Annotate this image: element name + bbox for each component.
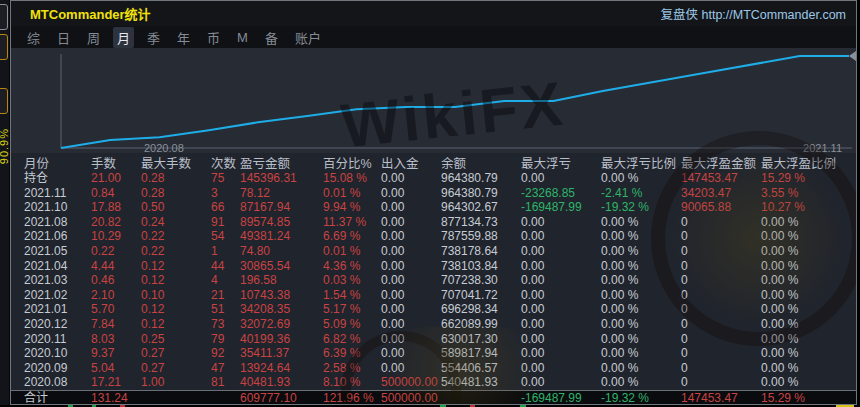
cell: 0.00 % xyxy=(761,375,856,390)
cell: 0.12 xyxy=(141,317,211,332)
cell: 0.00 % xyxy=(601,375,681,390)
menu-item-季[interactable]: 季 xyxy=(143,27,164,48)
cell: 5.09 % xyxy=(323,317,381,332)
column-header: 月份 xyxy=(11,155,91,171)
menu-item-年[interactable]: 年 xyxy=(173,27,194,48)
cell: 0.00 xyxy=(521,346,601,361)
cell: 0.00 xyxy=(381,186,441,201)
cell: 0.01 % xyxy=(323,186,381,201)
menu-item-M[interactable]: M xyxy=(233,29,252,46)
table-row[interactable]: 2020.109.370.279235411.376.39 %0.0058981… xyxy=(11,346,856,361)
table-row[interactable]: 2021.0820.820.249189574.8511.37 %0.00877… xyxy=(11,215,856,230)
cell: 9.37 xyxy=(91,346,141,361)
cell: 0.00 xyxy=(381,215,441,230)
cell: 15.29 % xyxy=(761,171,856,186)
cell: 877134.73 xyxy=(441,215,521,230)
table-row[interactable]: 2021.050.220.22174.800.01 %0.00738178.64… xyxy=(11,244,856,259)
cell: 0.00 % xyxy=(601,259,681,274)
cell: 738178.64 xyxy=(441,244,521,259)
cell: 2021.01 xyxy=(11,302,91,317)
cell: 0.00 % xyxy=(601,171,681,186)
cell: -2.41 % xyxy=(601,186,681,201)
cell: 49381.24 xyxy=(240,229,323,244)
table-row[interactable]: 2021.022.100.102110743.381.54 %0.0070704… xyxy=(11,288,856,303)
equity-chart-canvas xyxy=(11,48,856,153)
column-header: 盈亏金额 xyxy=(240,155,323,171)
cell: 0.00 xyxy=(521,288,601,303)
cell: 121.96 % xyxy=(323,391,381,405)
cell: 0.00 xyxy=(521,375,601,390)
cell: 2020.10 xyxy=(11,346,91,361)
menu-item-月[interactable]: 月 xyxy=(113,27,134,48)
cell: 0 xyxy=(681,273,761,288)
cell: 2021.04 xyxy=(11,259,91,274)
menu-item-币[interactable]: 币 xyxy=(203,27,224,48)
table-row[interactable]: 2020.127.840.127332072.695.09 %0.0066208… xyxy=(11,317,856,332)
cell: 0.84 xyxy=(91,186,141,201)
cell: 34203.47 xyxy=(681,186,761,201)
table-row[interactable]: 2021.030.460.124196.580.03 %0.00707238.3… xyxy=(11,273,856,288)
cell: 0 xyxy=(681,229,761,244)
cell: 15.29 % xyxy=(761,391,856,405)
cell: 81 xyxy=(211,375,240,390)
cell: 0.00 xyxy=(521,259,601,274)
cell: 40199.36 xyxy=(240,332,323,347)
table-row[interactable]: 2021.1017.880.506687167.949.94 %0.009643… xyxy=(11,200,856,215)
cell: 0.00 xyxy=(381,259,441,274)
cell: 0.00 xyxy=(381,288,441,303)
cell: 0.12 xyxy=(141,259,211,274)
cell: 2020.08 xyxy=(11,375,91,390)
cell: 17.21 xyxy=(91,375,141,390)
cell: 7.84 xyxy=(91,317,141,332)
cell: 3.55 % xyxy=(761,186,856,201)
table-row[interactable]: 2021.015.700.125134208.355.17 %0.0069629… xyxy=(11,302,856,317)
cell: 0.22 xyxy=(91,244,141,259)
menu-item-综[interactable]: 综 xyxy=(23,27,44,48)
cell: 0.10 xyxy=(141,288,211,303)
cell: -169487.99 xyxy=(521,200,601,215)
menu-item-周[interactable]: 周 xyxy=(83,27,104,48)
table-row[interactable]: 持仓21.000.2875145396.3115.08 %0.00964380.… xyxy=(11,171,856,186)
table-row[interactable]: 合计131.24609777.10121.96 %500000.00-16948… xyxy=(11,390,856,405)
cell: 554406.57 xyxy=(441,361,521,376)
menu-item-备[interactable]: 备 xyxy=(261,27,282,48)
cell: 0.12 xyxy=(141,302,211,317)
cell: 2021.11 xyxy=(11,186,91,201)
cell: 0 xyxy=(681,375,761,390)
background-window-sliver: 90.9% xyxy=(0,0,10,407)
cell: 0.00 % xyxy=(601,244,681,259)
cell: 500000.00 xyxy=(381,391,441,405)
cell: 30865.54 xyxy=(240,259,323,274)
cell: 4.44 xyxy=(91,259,141,274)
cell: 707041.72 xyxy=(441,288,521,303)
cell: 0.00 xyxy=(381,244,441,259)
cell: 0.00 % xyxy=(761,288,856,303)
cell: 0.00 xyxy=(381,171,441,186)
cell: 0.00 % xyxy=(761,317,856,332)
cell: 0.00 % xyxy=(601,317,681,332)
table-row[interactable]: 2020.118.030.257940199.366.82 %0.0063001… xyxy=(11,332,856,347)
table-row[interactable]: 2021.110.840.28378.120.01 %0.00964380.79… xyxy=(11,186,856,201)
cell: 8.03 xyxy=(91,332,141,347)
menu-item-日[interactable]: 日 xyxy=(53,27,74,48)
cell: 2021.06 xyxy=(11,229,91,244)
cell: 0.00 % xyxy=(761,259,856,274)
cell: 75 xyxy=(211,171,240,186)
brand-link[interactable]: 复盘侠 http://MTCommander.com xyxy=(661,4,846,23)
cell: -19.32 % xyxy=(601,391,681,405)
cell: 21 xyxy=(211,288,240,303)
window-title: MTCommander统计 xyxy=(30,4,151,23)
cell: 0 xyxy=(681,317,761,332)
table-row[interactable]: 2021.0610.290.225449381.246.69 %0.007875… xyxy=(11,229,856,244)
background-vertical-label: 90.9% xyxy=(0,128,10,164)
cell: 0.00 % xyxy=(761,215,856,230)
table-row[interactable]: 2020.0817.211.008140481.938.10 %500000.0… xyxy=(11,375,856,390)
table-row[interactable]: 2020.095.040.274713924.642.58 %0.0055440… xyxy=(11,361,856,376)
cell: 0.00 xyxy=(381,273,441,288)
table-row[interactable]: 2021.044.440.124430865.544.36 %0.0073810… xyxy=(11,259,856,274)
cell: 87167.94 xyxy=(240,200,323,215)
menu-bar: 综日周月季年币M备账户 xyxy=(11,26,856,48)
menu-item-账户[interactable]: 账户 xyxy=(291,27,325,48)
cell: 2020.12 xyxy=(11,317,91,332)
cell xyxy=(211,391,240,405)
